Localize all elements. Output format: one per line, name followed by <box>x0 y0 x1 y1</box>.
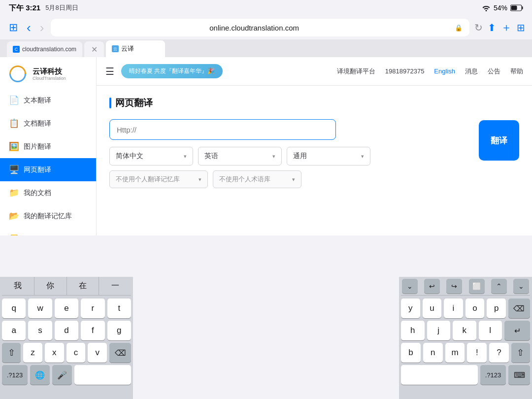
key-v[interactable]: v <box>88 343 107 363</box>
sidebar-label-text: 文本翻译 <box>24 96 51 105</box>
key-i[interactable]: i <box>444 299 463 318</box>
nav-phone[interactable]: 19818972375 <box>385 67 425 75</box>
key-globe[interactable]: 🌐 <box>30 365 50 385</box>
glossary-select[interactable]: 不使用个人术语库 ▾ <box>213 170 301 188</box>
nav-help[interactable]: 帮助 <box>510 67 523 76</box>
translate-button[interactable]: 翻译 <box>479 120 519 161</box>
sidebar-item-web-translation[interactable]: 🖥️ 网页翻译 <box>0 158 96 181</box>
keyboard-left: 我 你 在 一 q w e r t a s d f g ⇧ z x c v ⌫ <box>0 277 133 399</box>
key-delete-right[interactable]: ⌫ <box>508 299 530 318</box>
key-row-bottom: .?123 🌐 🎤 <box>2 365 131 385</box>
forward-button[interactable]: › <box>38 18 46 37</box>
key-row-1: q w e r t <box>2 299 131 318</box>
image-icon: 🖼️ <box>9 141 19 152</box>
key-r[interactable]: r <box>81 299 104 318</box>
toolbar-chevron-down2[interactable]: ⌄ <box>513 279 529 294</box>
key-c[interactable]: c <box>66 343 86 363</box>
key-x[interactable]: x <box>45 343 64 363</box>
nav-notice[interactable]: 公告 <box>488 67 500 76</box>
sidebar-item-image-translation[interactable]: 🖼️ 图片翻译 <box>0 135 96 158</box>
tab3-label: 云译 <box>121 44 134 53</box>
hamburger-button[interactable]: ☰ <box>105 66 114 77</box>
key-h[interactable]: h <box>401 321 425 340</box>
key-f[interactable]: f <box>81 321 104 340</box>
key-n[interactable]: n <box>423 343 443 363</box>
sidebar-item-memory[interactable]: 📂 我的翻译记忆库 <box>0 204 96 228</box>
address-bar[interactable]: online.cloudtranslation.com 🔒 <box>51 19 469 36</box>
url-input[interactable] <box>109 119 336 140</box>
sidebar-item-text-translation[interactable]: 📄 文本翻译 <box>0 89 96 112</box>
nav-english[interactable]: English <box>434 67 455 75</box>
suggest-你[interactable]: 你 <box>34 277 67 295</box>
suggest-一[interactable]: 一 <box>99 277 131 295</box>
nav-platform[interactable]: 译境翻译平台 <box>337 67 375 76</box>
sidebar-item-glossary[interactable]: 📒 我的术语库 <box>0 228 96 235</box>
translate-label: 翻译 <box>491 136 507 145</box>
suggest-我[interactable]: 我 <box>2 277 34 295</box>
key-question[interactable]: ? <box>489 343 509 363</box>
key-keyboard-icon[interactable]: ⌨ <box>508 365 530 385</box>
key-k[interactable]: k <box>453 321 476 340</box>
key-space-left[interactable] <box>74 365 131 385</box>
key-b[interactable]: b <box>401 343 421 363</box>
key-z[interactable]: z <box>23 343 42 363</box>
key-s[interactable]: s <box>28 321 52 340</box>
key-w[interactable]: w <box>28 299 52 318</box>
source-lang-select[interactable]: 简体中文 ▾ <box>109 147 193 166</box>
toolbar-undo[interactable]: ↩ <box>424 279 440 294</box>
key-d[interactable]: d <box>55 321 78 340</box>
sidebar-item-my-docs[interactable]: 📁 我的文档 <box>0 181 96 204</box>
toolbar-redo[interactable]: ↪ <box>446 279 462 294</box>
top-nav-bar: ☰ 晴好春夏 共度『翻译嘉年华』🎉 译境翻译平台 19818972375 Eng… <box>97 57 532 86</box>
key-shift-right[interactable]: ⇧ <box>511 343 530 363</box>
key-numbers-left[interactable]: .?123 <box>2 365 28 385</box>
sidebar-label-doc: 文档翻译 <box>24 119 51 128</box>
toolbar-chevron-down[interactable]: ⌄ <box>402 279 418 294</box>
back-button[interactable]: ‹ <box>25 18 33 37</box>
key-q[interactable]: q <box>2 299 26 318</box>
tabs-grid-button[interactable]: ⊞ <box>517 22 525 33</box>
key-t[interactable]: t <box>107 299 131 318</box>
domain-select[interactable]: 通用 ▾ <box>287 147 370 166</box>
toolbar-arrow-up[interactable]: ⌃ <box>491 279 507 294</box>
key-exclaim[interactable]: ! <box>467 343 487 363</box>
new-tab-button[interactable]: ＋ <box>501 20 512 35</box>
key-numbers-right[interactable]: .?123 <box>480 365 506 385</box>
key-l[interactable]: l <box>479 321 502 340</box>
share-button[interactable]: ⬆ <box>488 22 496 33</box>
sidebar-toggle-button[interactable]: ⊞ <box>7 19 20 36</box>
key-y[interactable]: y <box>401 299 420 318</box>
wifi-icon <box>482 4 491 11</box>
target-lang-label: 英语 <box>204 152 218 161</box>
title-bar-accent <box>109 98 111 108</box>
key-g[interactable]: g <box>107 321 131 340</box>
key-a[interactable]: a <box>2 321 26 340</box>
key-space-right[interactable] <box>401 365 478 385</box>
key-o[interactable]: o <box>466 299 485 318</box>
key-e[interactable]: e <box>55 299 78 318</box>
key-m[interactable]: m <box>445 343 465 363</box>
status-time: 下午 3:21 <box>9 3 40 13</box>
key-delete-left[interactable]: ⌫ <box>109 343 131 363</box>
target-lang-select[interactable]: 英语 ▾ <box>198 147 282 166</box>
nav-message[interactable]: 消息 <box>465 67 478 76</box>
tab-yun[interactable]: 云 云译 <box>106 40 165 57</box>
key-return[interactable]: ↵ <box>504 321 530 340</box>
tab-cloudtranslation[interactable]: C cloudtranslation.com <box>7 41 82 57</box>
glossary-label: 不使用个人术语库 <box>219 175 270 184</box>
promo-banner[interactable]: 晴好春夏 共度『翻译嘉年华』🎉 <box>121 64 223 78</box>
toolbar-paste[interactable]: ⬜ <box>469 279 485 294</box>
page-title: 网页翻译 <box>115 97 153 109</box>
key-j[interactable]: j <box>427 321 451 340</box>
tab-close[interactable]: ✕ <box>84 41 104 57</box>
key-p[interactable]: p <box>487 299 506 318</box>
memory-select[interactable]: 不使用个人翻译记忆库 ▾ <box>109 170 208 188</box>
suggest-在[interactable]: 在 <box>67 277 100 295</box>
sidebar-label-glossary: 我的术语库 <box>24 235 58 236</box>
key-mic[interactable]: 🎤 <box>52 365 72 385</box>
reload-button[interactable]: ↻ <box>474 22 483 33</box>
keyboard-toolbar-row: ⌄ ↩ ↪ ⬜ ⌃ ⌄ <box>401 277 530 296</box>
key-shift[interactable]: ⇧ <box>2 343 21 363</box>
key-u[interactable]: u <box>423 299 442 318</box>
sidebar-item-doc-translation[interactable]: 📋 文档翻译 <box>0 112 96 135</box>
